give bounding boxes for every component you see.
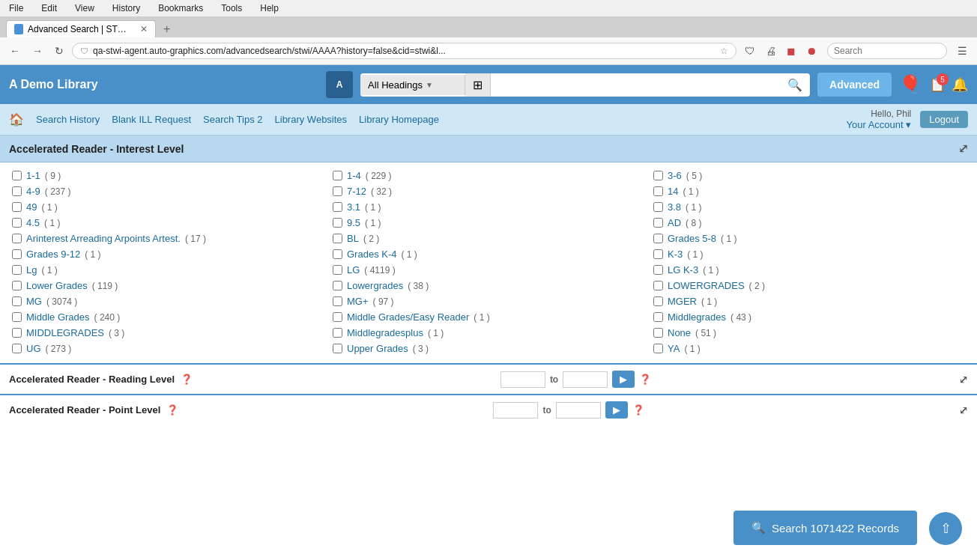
checkbox-lowergrades-upper[interactable] (653, 281, 663, 290)
checkbox-14[interactable] (653, 186, 663, 196)
facet-label[interactable]: UG (26, 343, 41, 354)
menu-bookmarks[interactable]: Bookmarks (155, 1, 206, 15)
checkbox-ug[interactable] (12, 344, 22, 353)
facet-label[interactable]: MIDDLEGRADES (26, 327, 104, 338)
checkbox-ad[interactable] (653, 218, 663, 228)
facet-label[interactable]: 4-9 (26, 186, 40, 197)
checkbox-upper-grades[interactable] (333, 344, 342, 353)
facet-label[interactable]: 14 (668, 186, 678, 197)
checkbox-lower-grades[interactable] (12, 281, 22, 290)
nav-blank-ill[interactable]: Blank ILL Request (112, 114, 191, 125)
reload-button[interactable]: ↻ (51, 43, 67, 59)
menu-icon-btn[interactable]: ☰ (954, 43, 971, 59)
tab-close-btn[interactable]: ✕ (140, 24, 148, 34)
point-level-from-input[interactable] (493, 402, 538, 419)
search-type-dropdown[interactable]: All Headings ▼ (360, 75, 465, 95)
facet-label[interactable]: 3.1 (347, 201, 360, 213)
checkbox-ya[interactable] (653, 344, 663, 353)
point-level-go-button[interactable]: ▶ (605, 401, 628, 419)
point-level-expand-icon[interactable]: ⤢ (959, 404, 968, 416)
reading-level-from-input[interactable] (500, 371, 545, 388)
menu-view[interactable]: View (72, 1, 97, 15)
facet-label[interactable]: 1-1 (26, 170, 40, 181)
facet-label[interactable]: 3.8 (668, 201, 681, 213)
facet-label[interactable]: 3-6 (668, 170, 682, 181)
checkbox-1-1[interactable] (12, 171, 22, 180)
menu-history[interactable]: History (109, 1, 143, 15)
facet-label[interactable]: Middlegradesplus (347, 327, 423, 338)
facet-label[interactable]: LG (347, 264, 360, 276)
print-icon-btn[interactable]: 🖨 (762, 43, 780, 59)
account-button[interactable]: Your Account ▾ (846, 119, 911, 130)
checkbox-k3[interactable] (653, 249, 663, 259)
nav-search-history[interactable]: Search History (36, 114, 100, 125)
facet-label[interactable]: 9.5 (347, 217, 360, 228)
checkbox-middle-grades-easy[interactable] (333, 312, 342, 322)
checkbox-mger[interactable] (653, 296, 663, 306)
point-level-help-icon-2[interactable]: ❓ (632, 404, 644, 416)
list-icon-button[interactable]: 📋 5 (929, 76, 946, 93)
active-tab[interactable]: Advanced Search | STWI | AAAA ✕ (6, 20, 156, 37)
nav-library-homepage[interactable]: Library Homepage (359, 114, 439, 125)
checkbox-lg-upper[interactable] (333, 265, 342, 275)
checkbox-grades-k4[interactable] (333, 249, 342, 259)
checkbox-none[interactable] (653, 328, 663, 338)
bell-icon-button[interactable]: 🔔 (952, 76, 968, 93)
checkbox-grades-9-12[interactable] (12, 249, 22, 259)
checkbox-mgplus[interactable] (333, 296, 342, 306)
home-nav-icon[interactable]: 🏠 (9, 112, 24, 127)
nav-library-websites[interactable]: Library Websites (275, 114, 348, 125)
facet-label[interactable]: AD (668, 217, 681, 228)
facet-label[interactable]: 7-12 (347, 186, 366, 197)
main-search-input[interactable] (491, 75, 780, 95)
search-filter-button[interactable]: ⊞ (465, 73, 491, 97)
checkbox-3-8[interactable] (653, 202, 663, 212)
facet-label[interactable]: 49 (26, 201, 37, 213)
reading-level-go-button[interactable]: ▶ (612, 371, 635, 388)
checkbox-7-12[interactable] (333, 186, 342, 196)
record-icon-btn[interactable]: ⏺ (802, 43, 820, 59)
facet-label[interactable]: Middlegrades (668, 311, 726, 323)
logout-button[interactable]: Logout (920, 111, 968, 128)
menu-file[interactable]: File (6, 1, 26, 15)
checkbox-lg-k3[interactable] (653, 265, 663, 275)
checkbox-bl[interactable] (333, 234, 342, 243)
nav-search-tips[interactable]: Search Tips 2 (203, 114, 263, 125)
facet-label[interactable]: MGER (668, 296, 697, 307)
menu-help[interactable]: Help (257, 1, 282, 15)
forward-button[interactable]: → (28, 43, 46, 59)
checkbox-middlegrades[interactable] (653, 312, 663, 322)
facet-label[interactable]: Grades 5-8 (668, 233, 716, 244)
facet-label[interactable]: Upper Grades (347, 343, 408, 354)
checkbox-4-5[interactable] (12, 218, 22, 228)
scroll-to-top-button[interactable]: ⇧ (929, 512, 962, 545)
checkbox-lg-lower[interactable] (12, 265, 22, 275)
browser-search-input[interactable] (827, 43, 947, 59)
search-records-button[interactable]: 🔍 Search 1071422 Records (733, 511, 917, 545)
menu-edit[interactable]: Edit (38, 1, 60, 15)
facet-label[interactable]: 1-4 (347, 170, 361, 181)
search-submit-button[interactable]: 🔍 (780, 73, 810, 97)
point-level-help-icon[interactable]: ❓ (166, 404, 178, 416)
url-bar[interactable]: 🛡 qa-stwi-agent.auto-graphics.com/advanc… (72, 43, 736, 59)
advanced-search-button[interactable]: Advanced (817, 73, 892, 97)
checkbox-grades-5-8[interactable] (653, 234, 663, 243)
checkbox-middlegradesplus[interactable] (333, 328, 342, 338)
checkbox-lowergrades[interactable] (333, 281, 342, 290)
checkbox-middle-grades[interactable] (12, 312, 22, 322)
facet-label[interactable]: YA (668, 343, 680, 354)
facet-label[interactable]: None (668, 327, 691, 338)
checkbox-9-5[interactable] (333, 218, 342, 228)
checkbox-mg[interactable] (12, 296, 22, 306)
menu-tools[interactable]: Tools (218, 1, 245, 15)
checkbox-arinterest[interactable] (12, 234, 22, 243)
reading-level-help-icon[interactable]: ❓ (181, 374, 193, 385)
checkbox-3-6[interactable] (653, 171, 663, 180)
facet-label[interactable]: LOWERGRADES (668, 280, 745, 291)
checkbox-1-4[interactable] (333, 171, 342, 180)
facet-label[interactable]: LG K-3 (668, 264, 698, 276)
reading-level-expand-icon[interactable]: ⤢ (959, 374, 968, 386)
checkbox-49[interactable] (12, 202, 22, 212)
facet-label[interactable]: BL (347, 233, 359, 244)
facet-label[interactable]: K-3 (668, 249, 683, 260)
